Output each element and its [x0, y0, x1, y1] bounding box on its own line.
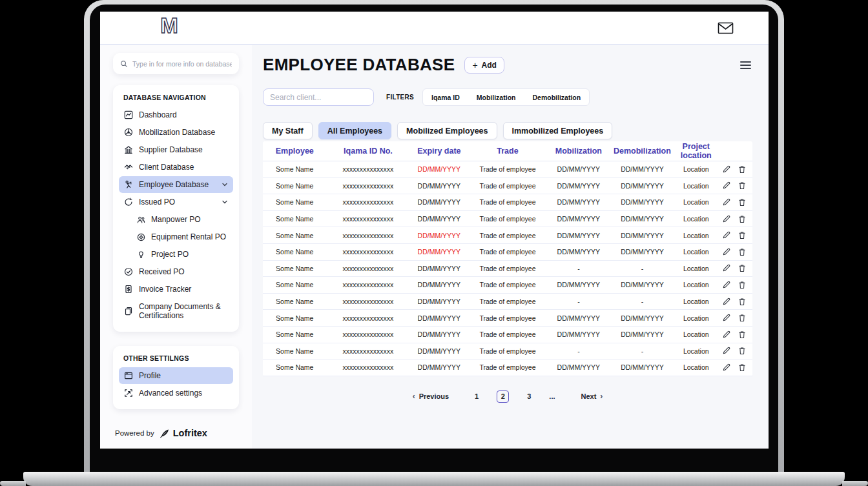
- profile-card-icon: [124, 371, 133, 380]
- table-row: Some Name xxxxxxxxxxxxxxx DD/MM/YYYY Tra…: [263, 178, 752, 195]
- sidebar-item-label: Advanced settings: [139, 389, 202, 398]
- table-header-cell[interactable]: Iqama ID No.: [327, 147, 410, 156]
- table-row: Some Name xxxxxxxxxxxxxxx DD/MM/YYYY Tra…: [263, 227, 752, 244]
- topbar: M: [100, 12, 769, 45]
- table-header-cell[interactable]: Project location: [674, 142, 718, 160]
- table-header-cell[interactable]: Employee: [263, 147, 327, 156]
- sidebar-search[interactable]: [113, 53, 239, 74]
- cell-project-location: Location: [674, 265, 718, 272]
- edit-pencil-icon[interactable]: [722, 165, 730, 174]
- employee-table: EmployeeIqama ID No.Expiry dateTradeMobi…: [263, 141, 752, 376]
- page-button-2-current[interactable]: 2: [497, 390, 509, 403]
- tab[interactable]: Mobilized Employees: [397, 122, 497, 139]
- delete-trash-icon[interactable]: [738, 231, 746, 239]
- delete-trash-icon[interactable]: [738, 347, 746, 355]
- cell-project-location: Location: [674, 248, 718, 256]
- edit-pencil-icon[interactable]: [722, 248, 730, 256]
- edit-pencil-icon[interactable]: [722, 314, 730, 322]
- hamburger-menu-icon[interactable]: [739, 59, 752, 72]
- cell-actions: [718, 181, 752, 190]
- sidebar-search-input[interactable]: [132, 60, 232, 68]
- table-header-cell[interactable]: Trade: [468, 147, 546, 156]
- sidebar-item-invoice-tracker[interactable]: Invoice Tracker: [119, 281, 233, 298]
- cell-actions: [718, 298, 752, 306]
- delete-trash-icon[interactable]: [738, 298, 746, 306]
- sidebar-item-label: Project PO: [151, 250, 189, 259]
- delete-trash-icon[interactable]: [738, 181, 746, 190]
- tab[interactable]: Immobilized Employees: [503, 122, 613, 139]
- sidebar-item-dashboard[interactable]: Dashboard: [119, 106, 233, 123]
- sidebar-item-received-po[interactable]: Received PO: [119, 263, 233, 280]
- edit-pencil-icon[interactable]: [722, 198, 730, 207]
- cell-employee: Some Name: [263, 232, 327, 239]
- table-header-cell[interactable]: Demobilization: [610, 147, 674, 156]
- cell-employee: Some Name: [263, 265, 327, 272]
- page-button-3[interactable]: 3: [527, 392, 531, 400]
- add-button[interactable]: + Add: [464, 57, 504, 74]
- sidebar-item-employee-database[interactable]: Employee Database: [119, 176, 233, 193]
- edit-pencil-icon[interactable]: [722, 330, 730, 339]
- tab[interactable]: My Staff: [263, 122, 313, 139]
- table-body: Some Name xxxxxxxxxxxxxxx DD/MM/YYYY Tra…: [263, 161, 752, 376]
- delete-trash-icon[interactable]: [738, 165, 746, 174]
- edit-pencil-icon[interactable]: [722, 347, 730, 355]
- cell-iqama-id: xxxxxxxxxxxxxxx: [327, 265, 410, 272]
- search-client-input[interactable]: [263, 88, 374, 106]
- cell-actions: [718, 215, 752, 223]
- cell-expiry-date: DD/MM/YYYY: [409, 165, 468, 173]
- cell-expiry-date: DD/MM/YYYY: [409, 265, 468, 272]
- sidebar-item-client-database[interactable]: Client Database: [119, 159, 233, 176]
- sidebar-item-equipment-rental-po[interactable]: Equipment Rental PO: [132, 228, 233, 245]
- delete-trash-icon[interactable]: [738, 281, 746, 289]
- edit-pencil-icon[interactable]: [722, 215, 730, 223]
- edit-pencil-icon[interactable]: [722, 281, 730, 289]
- delete-trash-icon[interactable]: [738, 363, 746, 372]
- cell-trade: Trade of employee: [468, 330, 546, 338]
- page-button-1[interactable]: 1: [475, 392, 479, 400]
- sidebar-item-supplier-database[interactable]: Supplier Database: [119, 141, 233, 158]
- delete-trash-icon[interactable]: [738, 314, 746, 322]
- page-header: EMPLOYEE DATABASE + Add: [263, 55, 752, 75]
- delete-trash-icon[interactable]: [738, 264, 746, 272]
- sidebar-item-profile[interactable]: Profile: [119, 367, 233, 384]
- filter-chip[interactable]: Iqama ID: [423, 94, 468, 101]
- chevron-down-icon: [222, 181, 228, 188]
- edit-pencil-icon[interactable]: [722, 231, 730, 239]
- table-row: Some Name xxxxxxxxxxxxxxx DD/MM/YYYY Tra…: [263, 310, 752, 327]
- sidebar-item-advanced-settings[interactable]: Advanced settings: [119, 385, 233, 401]
- laptop-base-right: [842, 481, 868, 486]
- table-header-cell[interactable]: Expiry date: [409, 147, 468, 156]
- sidebar-item-issued-po[interactable]: Issued PO: [119, 194, 233, 210]
- sidebar-item-label: Employee Database: [139, 180, 209, 189]
- sidebar-item-project-po[interactable]: Project PO: [132, 246, 233, 263]
- cell-actions: [718, 165, 752, 174]
- table-header-cell[interactable]: Mobilization: [547, 147, 611, 156]
- sidebar-item-mobilization-database[interactable]: Mobilization Database: [119, 124, 233, 141]
- edit-pencil-icon[interactable]: [722, 363, 730, 372]
- edit-pencil-icon[interactable]: [722, 264, 730, 272]
- next-page-button[interactable]: Next ›: [581, 392, 603, 401]
- cell-expiry-date: DD/MM/YYYY: [409, 281, 468, 289]
- cell-mobilization: DD/MM/YYYY: [547, 182, 611, 190]
- mail-icon[interactable]: [718, 22, 734, 34]
- add-button-label: Add: [482, 61, 497, 70]
- delete-trash-icon[interactable]: [738, 198, 746, 207]
- delete-trash-icon[interactable]: [738, 330, 746, 339]
- delete-trash-icon[interactable]: [738, 215, 746, 223]
- edit-pencil-icon[interactable]: [722, 298, 730, 306]
- delete-trash-icon[interactable]: [738, 248, 746, 256]
- sidebar-item-label: Profile: [139, 371, 161, 380]
- filter-chip[interactable]: Demobilization: [524, 94, 589, 101]
- sidebar-item-company-documents[interactable]: Company Documents & Certifications: [119, 298, 233, 324]
- next-label: Next: [581, 392, 597, 400]
- check-circle-icon: [124, 267, 133, 276]
- edit-pencil-icon[interactable]: [722, 181, 730, 190]
- filter-chip[interactable]: Mobilization: [468, 94, 524, 101]
- cell-expiry-date: DD/MM/YYYY: [409, 198, 468, 206]
- tab[interactable]: All Employees: [318, 122, 391, 139]
- cell-demobilization: DD/MM/YYYY: [610, 281, 674, 289]
- cell-demobilization: -: [610, 347, 674, 355]
- sidebar-item-manpower-po[interactable]: Manpower PO: [132, 211, 233, 228]
- cell-demobilization: DD/MM/YYYY: [610, 363, 674, 371]
- previous-page-button[interactable]: ‹ Previous: [413, 392, 449, 401]
